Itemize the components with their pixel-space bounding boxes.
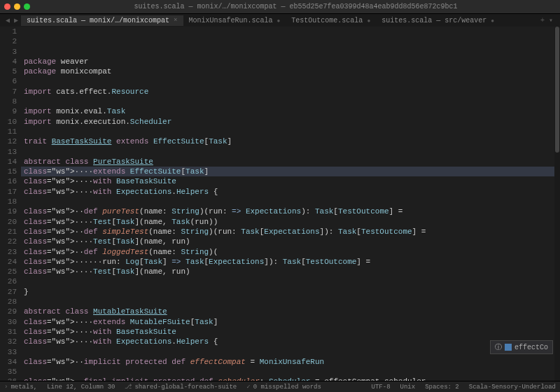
tab-label: MonixUnsafeRun.scala xyxy=(189,17,273,24)
tab-label: TestOutcome.scala xyxy=(291,17,363,24)
completion-label: effectCo xyxy=(514,344,548,351)
code-line[interactable]: class="ws">····with BaseTaskSuite xyxy=(21,327,560,337)
code-line[interactable]: import monix.execution.Scheduler xyxy=(21,117,560,127)
code-line[interactable]: class="ws">····extends MutableFSuite[Tas… xyxy=(21,317,560,327)
code-line[interactable]: abstract class PureTaskSuite xyxy=(21,157,560,167)
code-line[interactable]: class="ws">··final implicit protected de… xyxy=(21,377,560,381)
status-spaces[interactable]: Spaces: 2 xyxy=(425,384,459,391)
code-line[interactable]: class="ws">····extends EffectSuite[Task] xyxy=(21,167,560,176)
code-line[interactable]: class="ws">··implicit protected def effe… xyxy=(21,357,560,367)
new-tab-button[interactable]: + ▾ xyxy=(536,16,557,24)
code-line[interactable] xyxy=(21,297,560,307)
status-bar: › metals, Line 12, Column 30 ⎇ shared-gl… xyxy=(0,381,560,392)
code-area[interactable]: package weaverpackage monixcompat import… xyxy=(21,27,560,381)
code-line[interactable]: class="ws">····with Expectations.Helpers… xyxy=(21,187,560,197)
window-title: suites.scala — monix/…/monixcompat — eb5… xyxy=(36,3,556,10)
tab-monixunsaferun[interactable]: MonixUnsafeRun.scala ● xyxy=(183,15,286,26)
tab-modified-icon: ● xyxy=(277,18,281,24)
code-line[interactable]: class="ws">··def simpleTest(name: String… xyxy=(21,227,560,237)
completion-popup[interactable]: ⓘ effectCo xyxy=(490,340,553,354)
completion-kind-icon xyxy=(505,344,512,351)
tab-modified-icon: ● xyxy=(491,18,494,24)
status-branch[interactable]: ⎇ shared-global-foreach-suite xyxy=(125,383,237,391)
titlebar: suites.scala — monix/…/monixcompat — eb5… xyxy=(0,0,560,14)
status-metals[interactable]: › metals, xyxy=(4,384,37,391)
code-line[interactable] xyxy=(21,147,560,157)
status-cursor[interactable]: Line 12, Column 30 xyxy=(47,384,115,391)
code-line[interactable] xyxy=(21,76,560,86)
tab-suites-monixcompat[interactable]: suites.scala — monix/…/monixcompat × xyxy=(21,15,183,26)
check-icon: ✓ xyxy=(246,383,250,391)
tab-testoutcome[interactable]: TestOutcome.scala ● xyxy=(286,15,376,26)
info-icon: ⓘ xyxy=(495,342,502,352)
code-line[interactable] xyxy=(21,197,560,206)
code-line[interactable]: package monixcompat xyxy=(21,66,560,76)
code-line[interactable]: class="ws">··def pureTest(name: String)(… xyxy=(21,206,560,216)
code-line[interactable]: class="ws">····Test[Task](name, Task(run… xyxy=(21,217,560,227)
scrollbar[interactable] xyxy=(554,27,560,381)
close-window-button[interactable] xyxy=(4,4,10,10)
code-line[interactable] xyxy=(21,276,560,286)
code-line[interactable]: trait BaseTaskSuite extends EffectSuite[… xyxy=(21,136,560,146)
tab-bar: ◀ ▶ suites.scala — monix/…/monixcompat ×… xyxy=(0,14,560,27)
zoom-window-button[interactable] xyxy=(24,4,30,10)
close-tab-icon[interactable]: × xyxy=(174,17,177,24)
status-encoding[interactable]: UTF-8 xyxy=(372,384,391,391)
code-line[interactable] xyxy=(21,127,560,136)
code-line[interactable]: class="ws">····Test[Task](name, run) xyxy=(21,267,560,276)
code-line[interactable]: abstract class MutableTaskSuite xyxy=(21,307,560,316)
code-line[interactable] xyxy=(21,97,560,106)
code-line[interactable]: import monix.eval.Task xyxy=(21,106,560,116)
code-line[interactable]: } xyxy=(21,287,560,297)
tab-label: suites.scala — monix/…/monixcompat xyxy=(27,17,169,24)
code-line[interactable]: class="ws">····with Expectations.Helpers… xyxy=(21,337,560,346)
code-line[interactable]: import cats.effect.Resource xyxy=(21,87,560,97)
chevron-icon: › xyxy=(4,384,8,391)
tab-modified-icon: ● xyxy=(367,18,370,24)
minimize-window-button[interactable] xyxy=(14,4,20,10)
tab-label: suites.scala — src/weaver xyxy=(382,17,486,24)
code-line[interactable]: class="ws">······run: Log[Task] => Task[… xyxy=(21,257,560,267)
status-spell[interactable]: ✓ 0 misspelled words xyxy=(246,383,321,391)
tab-nav-left-icon[interactable]: ◀ ▶ xyxy=(3,16,21,24)
code-line[interactable]: class="ws">····with BaseTaskSuite xyxy=(21,176,560,186)
branch-icon: ⎇ xyxy=(125,383,132,391)
status-mode[interactable]: Scala-Sensory-Underload xyxy=(469,384,556,391)
status-line-ending[interactable]: Unix xyxy=(400,384,416,391)
scroll-thumb[interactable] xyxy=(555,27,559,153)
code-line[interactable]: class="ws">····Test[Task](name, run) xyxy=(21,237,560,246)
code-line[interactable] xyxy=(21,367,560,377)
line-gutter: 12345678910 11121314151617181920 2122232… xyxy=(0,27,21,381)
code-line[interactable]: package weaver xyxy=(21,57,560,66)
code-line[interactable]: class="ws">··def loggedTest(name: String… xyxy=(21,247,560,257)
tab-suites-weaver[interactable]: suites.scala — src/weaver ● xyxy=(376,15,500,26)
code-line[interactable] xyxy=(21,347,560,357)
editor[interactable]: 12345678910 11121314151617181920 2122232… xyxy=(0,27,560,381)
window-controls xyxy=(4,4,30,10)
